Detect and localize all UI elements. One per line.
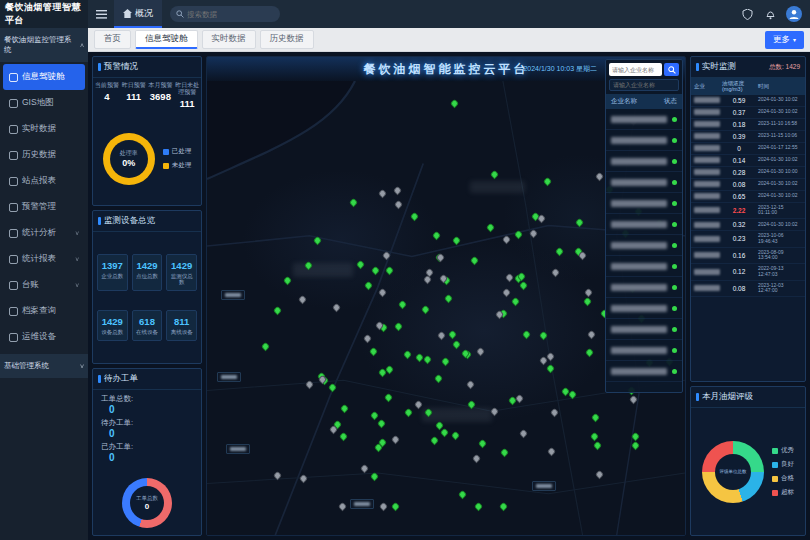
tab-0[interactable]: 首页 [94, 30, 131, 49]
enterprise-row[interactable] [606, 319, 682, 340]
realtime-row[interactable]: 0.232023-10-06 19:46:43 [691, 231, 805, 248]
workorder-panel: 待办工单 工单总数:0待办工单:0已办工单:0 工单总数 0 [92, 368, 202, 536]
realtime-row[interactable]: 0.082023-12-03 12:47:00 [691, 281, 805, 298]
workorder-stat-label: 工单总数: [101, 394, 193, 404]
redacted-enterprise-name [611, 242, 667, 249]
realtime-row[interactable]: 2.222023-12-15 01:11:00 [691, 203, 805, 220]
enterprise-row[interactable] [606, 172, 682, 193]
legend-color-swatch [772, 448, 778, 454]
redacted-enterprise-name [694, 193, 720, 199]
sidebar-item-6[interactable]: 统计分析˅ [3, 220, 85, 246]
reading-time: 2024-01-30 10:00 [758, 169, 802, 175]
tab-3[interactable]: 历史数据 [260, 30, 314, 49]
device-overview-panel: 监测设备总览 1397企业总数1429点位总数1429监测仪总数1429设备总数… [92, 210, 202, 364]
tab-1[interactable]: 信息驾驶舱 [135, 30, 198, 49]
enterprise-search-row [606, 60, 682, 79]
sidebar-item-3[interactable]: 历史数据 [3, 142, 85, 168]
realtime-row[interactable]: 0.162023-08-09 13:54:00 [691, 248, 805, 265]
caret-down-icon: ▾ [793, 36, 796, 43]
sidebar-item-0[interactable]: 信息驾驶舱 [3, 64, 85, 90]
sidebar-item-5[interactable]: 预警管理 [3, 194, 85, 220]
enterprise-row[interactable] [606, 277, 682, 298]
warning-stats: 当前预警4昨日预警111本月预警3698昨日未处理预警111 [93, 78, 201, 113]
redacted-enterprise-name [611, 200, 667, 207]
realtime-row[interactable]: 0.652024-01-30 10:02 [691, 191, 805, 203]
legend-label: 优秀 [781, 446, 794, 455]
global-search-input[interactable] [187, 10, 274, 19]
enterprise-row[interactable] [606, 298, 682, 319]
user-avatar[interactable] [786, 6, 802, 22]
shield-button[interactable] [740, 7, 754, 21]
sidebar-item-7[interactable]: 统计报表˅ [3, 246, 85, 272]
realtime-row[interactable]: 0.082024-01-30 10:02 [691, 179, 805, 191]
enterprise-row[interactable] [606, 151, 682, 172]
realtime-row[interactable]: 0.372024-01-30 10:02 [691, 107, 805, 119]
redacted-enterprise-name [694, 109, 720, 115]
alert-icon [9, 203, 18, 212]
hamburger-icon [96, 10, 107, 19]
realtime-row[interactable]: 0.592024-01-30 10:02 [691, 95, 805, 107]
enterprise-row[interactable] [606, 361, 682, 382]
realtime-row[interactable]: 0.142024-01-30 10:02 [691, 155, 805, 167]
enterprise-row[interactable] [606, 256, 682, 277]
device-stat-0: 1397企业总数 [97, 254, 128, 291]
history-icon [9, 151, 18, 160]
realtime-row[interactable]: 0.182023-11-10 16:58 [691, 119, 805, 131]
sidebar-item-1[interactable]: GIS地图 [3, 90, 85, 116]
rating-donut-chart: 评级单位总数 [702, 441, 764, 503]
sidebar-system-header[interactable]: 餐饮油烟监控管理系统 ˄ [0, 28, 88, 62]
realtime-row[interactable]: 0.282024-01-30 10:00 [691, 167, 805, 179]
sidebar-item-2[interactable]: 实时数据 [3, 116, 85, 142]
menu-toggle-button[interactable] [88, 10, 114, 19]
realtime-row[interactable]: 0.322024-01-30 10:02 [691, 219, 805, 231]
concentration-value: 0.18 [722, 121, 756, 128]
enterprise-filter-input[interactable] [609, 79, 679, 91]
sidebar-item-label: 统计报表 [22, 253, 56, 265]
reading-time: 2023-10-06 19:46:43 [758, 233, 802, 245]
device-stat-value: 1429 [168, 260, 195, 271]
enterprise-row[interactable] [606, 340, 682, 361]
enterprise-row[interactable] [606, 214, 682, 235]
reading-time: 2023-12-15 01:11:00 [758, 205, 802, 217]
dashboard-icon [9, 73, 18, 82]
reading-time: 2024-01-30 10:02 [758, 109, 802, 115]
monthly-rating-panel: 本月油烟评级 评级单位总数 优秀良好合格超标 [690, 386, 806, 536]
realtime-row[interactable]: 0.122022-09-13 12:47:03 [691, 264, 805, 281]
more-button[interactable]: 更多 ▾ [765, 31, 804, 49]
enterprise-row[interactable] [606, 193, 682, 214]
redacted-enterprise-name [611, 347, 667, 354]
page-tab-bar: 首页信息驾驶舱实时数据历史数据 更多 ▾ [88, 28, 810, 52]
enterprise-row[interactable] [606, 235, 682, 256]
enterprise-row[interactable] [606, 109, 682, 130]
notifications-button[interactable] [763, 7, 777, 21]
dashboard: 预警情况 当前预警4昨日预警111本月预警3698昨日未处理预警111 处理率 … [88, 52, 810, 540]
redacted-enterprise-name [611, 221, 667, 228]
blurred-map-text [293, 263, 353, 277]
realtime-row[interactable]: 02024-01-17 12:55 [691, 143, 805, 155]
realtime-icon [9, 125, 18, 134]
rating-legend-item-0: 优秀 [772, 446, 794, 455]
map-place-label [217, 372, 241, 382]
enterprise-search-input[interactable] [609, 63, 662, 76]
realtime-title-label: 实时监测 [702, 61, 736, 73]
system-title-label: 餐饮油烟监控管理系统 [4, 35, 77, 55]
reading-time: 2023-12-03 12:47:00 [758, 283, 802, 295]
enterprise-search-button[interactable] [664, 63, 679, 76]
sidebar-item-9[interactable]: 档案查询 [3, 298, 85, 324]
chevron-down-icon: ˅ [80, 363, 84, 370]
sidebar-item-8[interactable]: 台账˅ [3, 272, 85, 298]
warning-stat-0: 当前预警4 [94, 82, 120, 109]
enterprise-list-panel: 企业名称 状态 [605, 59, 683, 393]
enterprise-row[interactable] [606, 130, 682, 151]
workorder-stat-value: 0 [101, 428, 193, 439]
sidebar-base-system[interactable]: 基础管理系统 ˅ [0, 354, 88, 378]
realtime-row[interactable]: 0.392023-11-15 10:06 [691, 131, 805, 143]
map-place-label [350, 499, 374, 509]
nav-tab-overview[interactable]: 概况 [114, 0, 162, 28]
tab-2[interactable]: 实时数据 [202, 30, 256, 49]
sidebar-item-4[interactable]: 站点报表 [3, 168, 85, 194]
realtime-total-badge: 总数: 1429 [769, 63, 800, 72]
chevron-down-icon: ˅ [75, 256, 79, 263]
sidebar-item-10[interactable]: 运维设备 [3, 324, 85, 350]
realtime-monitor-panel: 实时监测 总数: 1429 企业 油烟浓度 (mg/m3) 时间 0.59202… [690, 56, 806, 382]
